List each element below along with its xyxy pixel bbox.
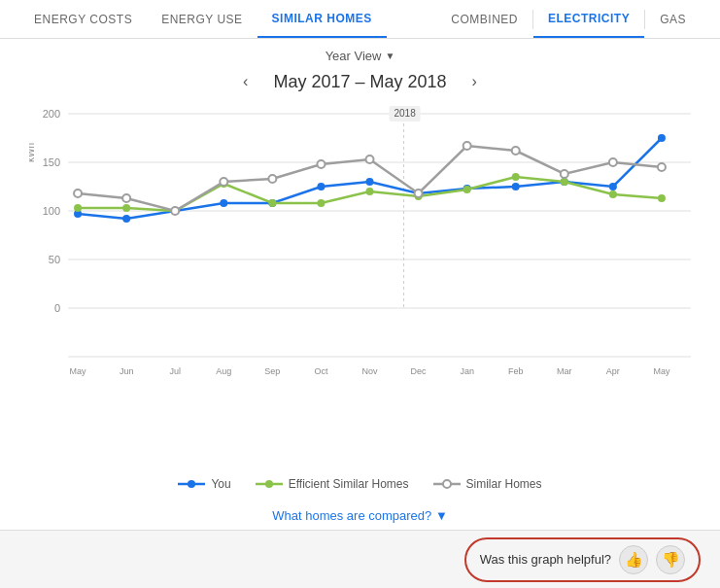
helpful-container: Was this graph helpful? 👍 👎 (464, 537, 701, 582)
svg-text:22: 22 (560, 375, 569, 376)
svg-text:20: 20 (463, 375, 472, 376)
helpful-text: Was this graph helpful? (480, 552, 611, 567)
year-controls: Year View ▼ (29, 49, 691, 63)
svg-point-65 (609, 190, 617, 198)
svg-text:100: 100 (43, 205, 60, 217)
svg-text:kWh: kWh (29, 143, 36, 162)
year-view-dropdown-icon: ▼ (385, 51, 394, 61)
app-container: ENERGY COSTS ENERGY USE SIMILAR HOMES CO… (0, 0, 720, 588)
svg-point-60 (366, 188, 374, 195)
nav-similar-homes[interactable]: SIMILAR HOMES (257, 0, 387, 38)
year-view-text: Year View (326, 49, 382, 63)
svg-point-83 (265, 480, 273, 488)
thumbs-down-icon: 👎 (662, 551, 680, 569)
svg-point-47 (366, 178, 374, 186)
svg-point-73 (366, 156, 374, 163)
svg-point-46 (317, 183, 325, 190)
svg-point-53 (658, 134, 666, 142)
what-homes-link[interactable]: What homes are compared? ▼ (272, 508, 448, 523)
thumbs-down-button[interactable]: 👎 (656, 545, 685, 574)
svg-text:20: 20 (511, 375, 521, 376)
what-homes-label: What homes are compared? (272, 508, 431, 523)
svg-text:50: 50 (49, 254, 60, 265)
prev-period-button[interactable]: ‹ (237, 71, 254, 92)
svg-text:2018: 2018 (394, 108, 416, 119)
svg-text:200: 200 (43, 108, 60, 120)
svg-point-79 (658, 163, 666, 171)
svg-text:21: 21 (608, 375, 618, 376)
svg-point-44 (220, 199, 227, 207)
nav-electricity[interactable]: ELECTRICITY (533, 0, 644, 38)
svg-point-78 (609, 158, 617, 166)
legend-similar-label: Similar Homes (466, 477, 542, 491)
svg-text:21: 21 (365, 375, 375, 376)
svg-point-76 (512, 147, 520, 155)
what-homes-arrow-icon: ▼ (435, 508, 448, 523)
svg-text:0: 0 (54, 302, 60, 314)
chart-wrapper: 200 150 100 50 0 kWh 2018 May 20 Jun 20 … (29, 104, 691, 467)
svg-point-74 (415, 190, 423, 197)
next-period-button[interactable]: › (466, 71, 483, 92)
svg-point-75 (463, 142, 471, 150)
what-homes-section: What homes are compared? ▼ (29, 501, 691, 530)
svg-point-72 (317, 160, 325, 168)
nav-energy-costs[interactable]: ENERGY COSTS (19, 0, 147, 38)
svg-point-58 (268, 199, 276, 207)
legend-similar: Similar Homes (433, 477, 542, 491)
nav-gas[interactable]: GAS (645, 0, 701, 38)
top-nav: ENERGY COSTS ENERGY USE SIMILAR HOMES CO… (0, 0, 720, 39)
svg-point-85 (443, 480, 451, 488)
chart-legend: You Efficient Similar Homes Similar Home… (29, 467, 691, 501)
chart-section: Year View ▼ ‹ May 2017 – May 2018 › 200 … (0, 39, 720, 530)
nav-combined[interactable]: COMBINED (436, 0, 532, 38)
line-chart: 200 150 100 50 0 kWh 2018 May 20 Jun 20 … (29, 104, 691, 376)
svg-point-63 (512, 173, 520, 181)
svg-point-81 (188, 480, 195, 488)
svg-text:20: 20 (73, 375, 83, 376)
legend-efficient: Efficient Similar Homes (256, 477, 409, 491)
svg-text:19: 19 (657, 375, 667, 376)
svg-point-70 (220, 178, 227, 186)
legend-you: You (178, 477, 230, 491)
svg-point-77 (561, 170, 568, 178)
bottom-bar: Was this graph helpful? 👍 👎 (0, 530, 720, 588)
svg-point-62 (463, 186, 471, 193)
svg-text:150: 150 (43, 156, 60, 168)
svg-point-67 (74, 190, 82, 197)
svg-point-64 (561, 178, 568, 186)
svg-point-42 (122, 215, 130, 223)
legend-efficient-label: Efficient Similar Homes (289, 477, 409, 491)
svg-point-59 (317, 199, 325, 207)
svg-text:20: 20 (219, 375, 228, 376)
date-range: May 2017 – May 2018 (273, 72, 446, 92)
svg-text:21: 21 (170, 375, 180, 376)
nav-energy-use[interactable]: ENERGY USE (147, 0, 257, 38)
svg-point-50 (512, 183, 520, 190)
svg-point-52 (609, 183, 617, 190)
year-view-label[interactable]: Year View ▼ (326, 49, 395, 63)
legend-you-label: You (211, 477, 230, 491)
thumbs-up-icon: 👍 (625, 551, 643, 569)
svg-point-55 (122, 204, 130, 212)
svg-point-54 (74, 204, 82, 212)
svg-text:21: 21 (267, 375, 277, 376)
svg-point-68 (122, 194, 130, 202)
svg-point-66 (658, 194, 666, 202)
thumbs-up-button[interactable]: 👍 (619, 545, 648, 574)
svg-point-69 (171, 207, 179, 215)
svg-text:20: 20 (316, 375, 326, 376)
svg-text:20: 20 (121, 375, 131, 376)
svg-text:21: 21 (414, 375, 424, 376)
svg-point-71 (268, 175, 276, 183)
